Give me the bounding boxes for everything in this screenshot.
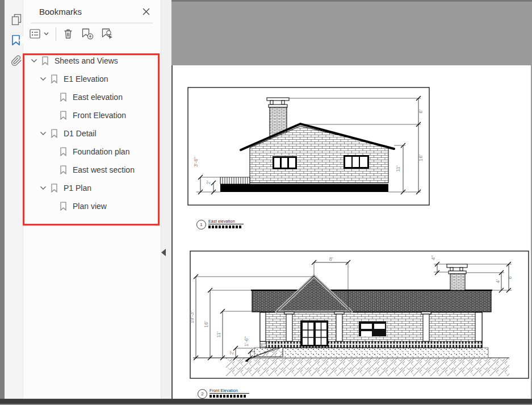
dim-label: 4' — [495, 279, 501, 283]
window-bottom-edge — [0, 399, 532, 405]
bookmark-label[interactable]: Front Elevation — [73, 111, 126, 120]
bookmark-item-d1-detail[interactable]: D1 Detail — [23, 124, 161, 143]
bookmark-label[interactable]: East west section — [73, 165, 135, 174]
bookmark-item-foundation-plan[interactable]: Foundation plan — [23, 143, 161, 161]
bookmark-item-p1-plan[interactable]: P1 Plan — [23, 179, 161, 197]
page-left-edge — [171, 65, 173, 399]
bookmark-label[interactable]: Sheets and Views — [55, 56, 118, 65]
expand-current-bookmark-icon[interactable] — [100, 28, 114, 40]
callout-number: 1 — [196, 220, 206, 229]
callout-rule — [210, 393, 249, 394]
bookmark-icon — [60, 147, 67, 156]
callout-number: 2 — [198, 389, 207, 399]
drawing-callout: 2 Front Elevation — [198, 389, 249, 399]
drawing-callout: 1 East elevation — [196, 219, 244, 229]
new-bookmark-icon[interactable] — [81, 28, 94, 40]
callout-scale-text — [210, 395, 246, 398]
delete-bookmark-icon[interactable] — [62, 28, 74, 40]
dim-label: 2' — [229, 350, 234, 354]
bookmark-options-icon[interactable] — [29, 28, 41, 40]
front-elevation-drawing: 8' 4" 4' 6' 19'-3" 16' 11' 2' 1'-6" — [190, 250, 529, 379]
panel-title: Bookmarks — [39, 7, 142, 16]
canvas-background — [171, 2, 532, 65]
porch-deck — [220, 177, 250, 184]
bookmark-label[interactable]: Foundation plan — [73, 147, 129, 156]
bookmark-label[interactable]: P1 Plan — [64, 183, 91, 193]
drawing-title: Front Elevation — [210, 389, 249, 393]
toolbar-separator — [56, 27, 56, 41]
bookmark-icon — [51, 129, 58, 138]
dim-label: 16' — [418, 155, 424, 161]
bookmark-item-east-elevation[interactable]: East elevation — [23, 88, 161, 106]
options-caret-icon[interactable] — [44, 32, 49, 36]
drawing-title: East elevation — [208, 219, 244, 223]
bookmark-item-sheets-and-views[interactable]: Sheets and Views — [23, 52, 161, 70]
chevron-down-icon[interactable] — [40, 77, 47, 81]
dim-label: 3'-6" — [193, 157, 199, 167]
chevron-down-icon[interactable] — [31, 59, 37, 63]
attachments-icon[interactable] — [11, 55, 22, 69]
bookmark-icon — [60, 202, 67, 211]
window-left-edge — [0, 0, 5, 399]
east-elevation-drawing: 6' 16' 11' 3'-6" 2' — [187, 87, 430, 206]
ground-hatch — [226, 358, 509, 376]
dim-label: 8' — [329, 256, 333, 262]
bookmark-item-front-elevation[interactable]: Front Elevation — [23, 106, 161, 124]
bookmark-label[interactable]: D1 Detail — [64, 129, 97, 138]
page-thumbnails-icon[interactable] — [11, 14, 22, 28]
bookmark-item-e1-elevation[interactable]: E1 Elevation — [23, 70, 161, 88]
callout-rule — [208, 224, 244, 224]
window-right — [344, 155, 369, 169]
dim-label: 19'-3" — [190, 311, 195, 324]
bookmark-item-east-west-section[interactable]: East west section — [23, 161, 161, 179]
front-door — [300, 320, 328, 346]
nav-rail — [5, 0, 23, 399]
dim-label: 2' — [206, 180, 211, 184]
bookmark-icon — [60, 93, 67, 102]
bookmark-icon — [51, 183, 58, 193]
front-window — [359, 322, 386, 336]
bookmark-label[interactable]: East elevation — [73, 93, 123, 102]
dim-label: 16' — [203, 321, 209, 328]
bookmarks-tree: Sheets and Views E1 Elevation East eleva… — [23, 52, 161, 215]
bookmark-icon — [41, 56, 49, 65]
bookmark-label[interactable]: E1 Elevation — [64, 74, 108, 83]
panel-divider[interactable] — [161, 0, 171, 399]
bookmarks-panel: Bookmarks — [23, 0, 161, 399]
bookmark-icon — [51, 74, 58, 83]
bookmark-item-plan-view[interactable]: Plan view — [23, 197, 161, 215]
dim-label: 6' — [507, 275, 513, 279]
bookmark-icon — [60, 165, 67, 174]
document-viewport[interactable]: 6' 16' 11' 3'-6" 2' 1 East elevation — [171, 0, 532, 399]
dim-label: 6' — [418, 109, 424, 113]
porch-railing — [266, 341, 482, 348]
foundation — [254, 348, 488, 358]
window-left — [273, 156, 297, 169]
dim-label: 1'-6" — [244, 336, 249, 346]
callout-scale-text — [208, 226, 241, 228]
foundation — [220, 184, 388, 192]
chevron-down-icon[interactable] — [40, 131, 47, 136]
bookmark-icon — [60, 111, 67, 120]
panel-header: Bookmarks — [23, 0, 161, 23]
collapse-panel-icon[interactable] — [161, 248, 166, 258]
dim-label: 11' — [395, 165, 401, 172]
chevron-down-icon[interactable] — [40, 186, 47, 190]
bookmark-label[interactable]: Plan view — [73, 202, 107, 211]
dim-label: 11' — [216, 331, 221, 337]
bookmarks-toolbar — [23, 23, 161, 44]
close-icon[interactable] — [142, 7, 150, 16]
dim-label: 4" — [430, 256, 436, 260]
